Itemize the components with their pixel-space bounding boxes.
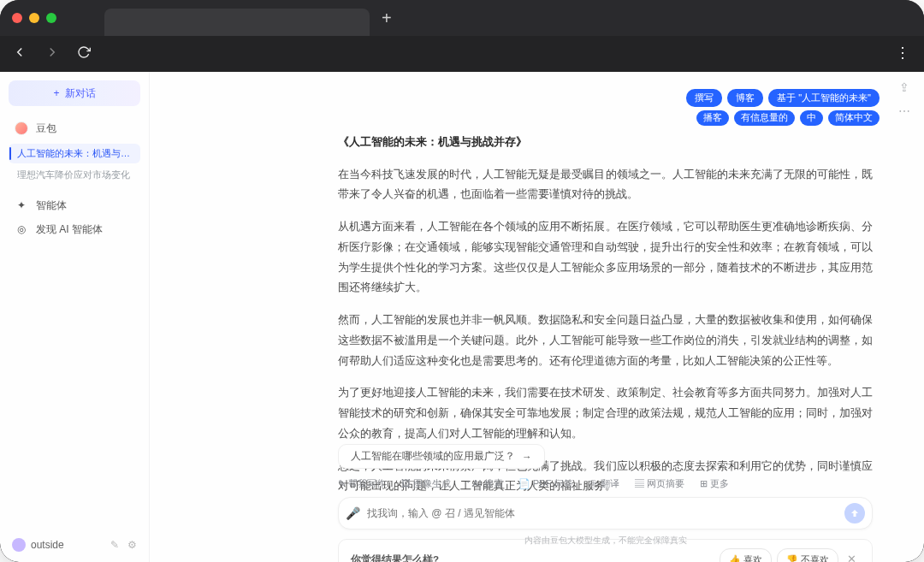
prompt-tag: 简体中文 <box>828 110 880 126</box>
browser-tabbar: + <box>0 0 924 36</box>
chevron-right-icon: → <box>522 452 532 462</box>
feedback-close-icon[interactable]: ✕ <box>844 549 860 562</box>
new-chat-button[interactable]: + 新对话 <box>9 80 140 106</box>
browser-tab[interactable] <box>104 9 370 36</box>
suggestion-text: 人工智能在哪些领域的应用最广泛？ <box>351 450 515 463</box>
more-icon[interactable]: ⋯ <box>898 104 910 118</box>
prompt-chips: 撰写 博客 基于 "人工智能的未来" 播客 有信息量的 中 简体中文 <box>686 89 880 126</box>
chat-input-bar: 🎤 <box>338 497 873 529</box>
sparkle-icon: ✦ <box>14 198 29 213</box>
sidebar-discover-label: 发现 AI 智能体 <box>36 222 103 237</box>
disclaimer-text: 内容由豆包大模型生成，不能完全保障真实 <box>338 535 873 547</box>
nav-back-icon[interactable] <box>12 44 27 64</box>
article-paragraph: 从机遇方面来看，人工智能在各个领域的应用不断拓展。在医疗领域，它可以帮助医生更准… <box>338 217 873 299</box>
prompt-tag: 中 <box>800 110 823 126</box>
chat-item[interactable]: 理想汽车降价应对市场变化 <box>9 165 140 185</box>
send-button[interactable] <box>844 503 865 524</box>
tool-more[interactable]: ⊞ 更多 <box>700 477 729 490</box>
compass-icon: ◎ <box>14 222 29 237</box>
prompt-tag: 播客 <box>696 110 729 126</box>
sidebar: + 新对话 豆包 人工智能的未来：机遇与挑... 理想汽车降价应对市场变化 ✦ … <box>0 72 150 562</box>
suggestion-chip[interactable]: 人工智能在哪些领域的应用最广泛？ → <box>338 444 545 469</box>
article-title: 《人工智能的未来：机遇与挑战并存》 <box>338 132 873 153</box>
user-avatar-icon <box>12 538 26 552</box>
edit-icon[interactable]: ✎ <box>110 539 119 551</box>
browser-menu-icon[interactable]: ⋯ <box>894 45 913 62</box>
tool-pdf[interactable]: 📄 PDF 问答 <box>518 477 573 490</box>
sidebar-doubao[interactable]: 豆包 <box>9 116 140 140</box>
tool-image[interactable]: 🖼 图像生成 <box>401 477 451 490</box>
feedback-like-button[interactable]: 👍 喜欢 <box>720 548 772 562</box>
browser-navbar: ⋯ <box>0 36 924 72</box>
chat-item-active[interactable]: 人工智能的未来：机遇与挑... <box>9 144 140 163</box>
mic-icon[interactable]: 🎤 <box>346 506 360 520</box>
tool-write[interactable]: ✎ 帮我写作 <box>338 477 386 490</box>
new-tab-button[interactable]: + <box>382 9 392 28</box>
tool-translate[interactable]: ㊥ 翻译 <box>589 477 619 490</box>
tool-search[interactable]: ᐩ AI 搜索 <box>466 477 503 490</box>
user-name: outside <box>31 539 102 551</box>
prompt-chip: 博客 <box>727 89 763 107</box>
tool-row: ✎ 帮我写作 🖼 图像生成 ᐩ AI 搜索 📄 PDF 问答 ㊥ 翻译 ▤ 网页… <box>338 477 873 490</box>
sidebar-doubao-label: 豆包 <box>36 121 56 136</box>
sidebar-agent-label: 智能体 <box>36 198 67 213</box>
feedback-dislike-button[interactable]: 👎 不喜欢 <box>777 548 838 562</box>
nav-reload-icon[interactable] <box>77 45 91 63</box>
nav-forward-icon[interactable] <box>44 44 60 64</box>
plus-icon: + <box>53 87 59 99</box>
sidebar-agent[interactable]: ✦ 智能体 <box>9 193 140 217</box>
prompt-chip: 撰写 <box>686 89 722 107</box>
tool-summary[interactable]: ▤ 网页摘要 <box>635 477 684 490</box>
window-maximize-btn[interactable] <box>46 13 56 23</box>
new-chat-label: 新对话 <box>65 86 96 101</box>
article-paragraph: 为了更好地迎接人工智能的未来，我们需要在技术研发、政策制定、社会教育等多方面共同… <box>338 383 873 444</box>
main-area: ⇪ ⋯ 撰写 博客 基于 "人工智能的未来" 播客 有信息量的 中 简体中文 《… <box>150 72 924 562</box>
doubao-avatar-icon <box>15 121 28 135</box>
article-paragraph: 然而，人工智能的发展也并非一帆风顺。数据隐私和安全问题日益凸显，大量的数据被收集… <box>338 311 873 371</box>
sidebar-discover[interactable]: ◎ 发现 AI 智能体 <box>9 217 140 241</box>
article-paragraph: 在当今科技飞速发展的时代，人工智能无疑是最受瞩目的领域之一。人工智能的未来充满了… <box>338 165 873 206</box>
settings-icon[interactable]: ⚙ <box>127 539 137 551</box>
window-minimize-btn[interactable] <box>29 13 39 23</box>
sidebar-user[interactable]: outside ✎ ⚙ <box>9 535 140 555</box>
prompt-chip: 基于 "人工智能的未来" <box>768 89 880 107</box>
window-close-btn[interactable] <box>12 13 22 23</box>
feedback-question: 你觉得结果怎么样? <box>351 551 439 562</box>
prompt-tag: 有信息量的 <box>734 110 795 126</box>
chat-input[interactable] <box>367 507 838 519</box>
share-icon[interactable]: ⇪ <box>899 80 909 94</box>
